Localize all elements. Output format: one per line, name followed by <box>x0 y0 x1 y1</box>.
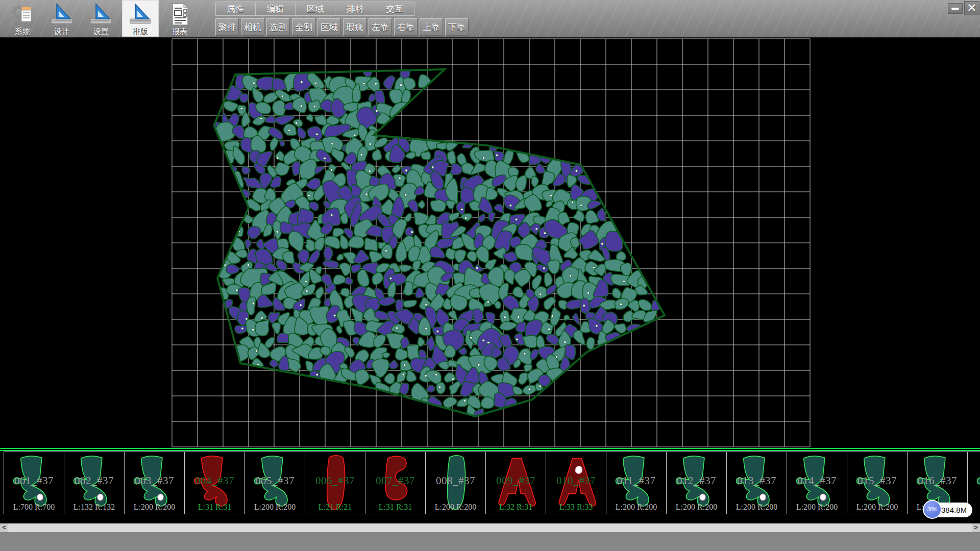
bottom-status-bar <box>0 532 980 551</box>
menu-tab-4[interactable]: 排料 <box>335 2 375 16</box>
scroll-left-arrow-icon[interactable]: < <box>0 523 8 532</box>
memory-usage-badge: 38% 384.8M <box>924 503 972 517</box>
piece-name-label: 012_#37 <box>667 474 726 487</box>
piece-thumbnail-5[interactable]: 005_#37L:200 R:200 <box>244 452 305 514</box>
tool-button-1[interactable]: 聚排 <box>215 18 239 36</box>
piece-name-label: 007_#37 <box>365 474 425 487</box>
piece-lr-count-label: L:21 R:21 <box>305 503 365 512</box>
piece-thumbnail-strip: 001_#37L:700 R:700002_#37L:132 R:132003_… <box>0 448 980 515</box>
app-launcher-bar: 系统 设计 设置 排版 报表 <box>4 0 198 37</box>
close-icon: ✕ <box>967 3 976 14</box>
piece-lr-count-label: L:31 R:31 <box>185 503 244 512</box>
piece-thumbnail-14[interactable]: 014_#37L:200 R:200 <box>787 452 847 514</box>
menu-tab-1[interactable]: 属性 <box>215 2 255 16</box>
piece-name-label: 009_#37 <box>486 474 546 487</box>
piece-lr-count-label: L:200 R:200 <box>787 503 847 512</box>
tool-button-4[interactable]: 全割 <box>292 18 315 36</box>
menu-tab-5[interactable]: 交互 <box>375 2 414 16</box>
piece-lr-count-label: L:200 R:200 <box>606 503 666 512</box>
piece-thumbnail-9[interactable]: 009_#37L:32 R:31 <box>485 452 546 514</box>
set-square-icon <box>89 2 113 27</box>
close-button[interactable]: ✕ <box>964 1 979 15</box>
piece-thumbnail-12[interactable]: 012_#37L:200 R:200 <box>666 452 727 514</box>
piece-name-label: 003_#37 <box>125 474 184 487</box>
piece-thumbnail-1[interactable]: 001_#37L:700 R:700 <box>4 452 64 514</box>
menu-tab-2[interactable]: 编辑 <box>255 2 295 16</box>
app-button-4[interactable]: 排版 <box>122 0 159 37</box>
tool-button-8[interactable]: 右靠 <box>394 18 418 36</box>
memory-value: 384.8M <box>941 503 967 517</box>
app-button-label: 设计 <box>54 27 69 36</box>
menu-tab-bar: 属性编辑区域排料交互 <box>215 2 414 16</box>
strip-separator-line <box>0 448 980 449</box>
app-button-1[interactable]: 系统 <box>4 0 41 37</box>
piece-thumbnail-15[interactable]: 015_#37L:200 R:200 <box>847 452 908 514</box>
horizontal-scrollbar[interactable]: < > <box>0 523 980 532</box>
app-button-label: 设置 <box>93 27 109 36</box>
piece-thumbnail-4[interactable]: 004_#37L:31 R:31 <box>184 452 245 514</box>
piece-name-label: 004_#37 <box>185 474 244 487</box>
set-square-icon <box>129 2 152 27</box>
scroll-right-arrow-icon[interactable]: > <box>972 523 980 532</box>
nesting-drawing <box>0 38 980 448</box>
minimize-icon <box>951 8 959 10</box>
piece-lr-count-label: L:200 R:200 <box>667 503 726 512</box>
piece-thumbnail-10[interactable]: 010_#37L:33 R:33 <box>546 452 606 514</box>
report-icon <box>168 2 191 27</box>
nested-pieces <box>208 65 662 420</box>
tool-button-bar: 聚排相机选割全割区域瑕疵左靠右靠上靠下靠 <box>215 18 469 36</box>
set-square-icon <box>50 2 74 27</box>
percent-value: 38% <box>927 507 937 512</box>
piece-lr-count-label: L:200 R:200 <box>125 503 184 512</box>
piece-thumbnail-2[interactable]: 002_#37L:132 R:132 <box>64 452 125 514</box>
piece-thumbnail-13[interactable]: 013_#37L:200 R:200 <box>726 452 787 514</box>
piece-thumbnail-6[interactable]: 006_#37L:21 R:21 <box>305 452 365 514</box>
tool-button-3[interactable]: 选割 <box>266 18 290 36</box>
progress-percent-badge: 38% <box>923 500 942 519</box>
piece-lr-count-label: L:200 R:200 <box>245 503 305 512</box>
piece-name-label: 010_#37 <box>546 474 606 487</box>
piece-thumbnail-3[interactable]: 003_#37L:200 R:200 <box>124 452 185 514</box>
piece-name-label: 014_#37 <box>787 474 847 487</box>
tool-button-5[interactable]: 区域 <box>317 18 341 36</box>
piece-name-label: 002_#37 <box>64 474 124 487</box>
piece-name-label: 011_#37 <box>606 474 666 487</box>
piece-name-label: 006_#37 <box>305 474 365 487</box>
nesting-canvas-viewport[interactable] <box>0 38 980 448</box>
tool-button-9[interactable]: 上靠 <box>420 18 443 36</box>
piece-name-label: 016_#37 <box>908 474 967 487</box>
tool-button-6[interactable]: 瑕疵 <box>343 18 366 36</box>
strip-separator-line <box>0 450 980 451</box>
tool-button-2[interactable]: 相机 <box>241 18 264 36</box>
app-button-2[interactable]: 设计 <box>43 0 80 37</box>
menu-tab-3[interactable]: 区域 <box>295 2 335 16</box>
piece-name-label: 001_#37 <box>4 474 64 487</box>
piece-lr-count-label: L:200 R:200 <box>426 503 485 512</box>
minimize-button[interactable] <box>948 3 963 14</box>
piece-name-label: 013_#37 <box>727 474 787 487</box>
piece-thumbnail-7[interactable]: 007_#37L:31 R:31 <box>365 452 426 514</box>
app-button-label: 系统 <box>15 27 30 36</box>
app-button-label: 排版 <box>133 27 148 36</box>
piece-lr-count-label: L:700 R:700 <box>4 503 64 512</box>
tool-button-10[interactable]: 下靠 <box>445 18 469 36</box>
nesting-app-window: 系统 设计 设置 排版 报表 属性编辑区域排料交互 聚排相机选割全割区域瑕疵左靠… <box>0 0 980 551</box>
piece-lr-count-label: L:32 R:31 <box>486 503 546 512</box>
piece-thumbnail-cells: 001_#37L:700 R:700002_#37L:132 R:132003_… <box>4 452 980 514</box>
gear-doc-icon <box>11 2 34 27</box>
piece-name-label: 015_#37 <box>847 474 907 487</box>
piece-thumbnail-11[interactable]: 011_#37L:200 R:200 <box>606 452 667 514</box>
piece-lr-count-label: L:200 R:200 <box>727 503 787 512</box>
app-button-5[interactable]: 报表 <box>161 0 198 37</box>
piece-thumbnail-8[interactable]: 008_#37L:200 R:200 <box>425 452 486 514</box>
app-button-label: 报表 <box>172 27 187 36</box>
piece-lr-count-label: L:33 R:33 <box>546 503 606 512</box>
piece-name-label: 005_#37 <box>245 474 305 487</box>
app-button-3[interactable]: 设置 <box>83 0 119 37</box>
piece-name-label: 008_#37 <box>426 474 485 487</box>
tool-button-7[interactable]: 左靠 <box>369 18 392 36</box>
piece-lr-count-label: L:200 R:200 <box>847 503 907 512</box>
toolbar: 系统 设计 设置 排版 报表 属性编辑区域排料交互 聚排相机选割全割区域瑕疵左靠… <box>0 0 980 38</box>
piece-lr-count-label: L:132 R:132 <box>64 503 124 512</box>
piece-lr-count-label: L:31 R:31 <box>365 503 425 512</box>
